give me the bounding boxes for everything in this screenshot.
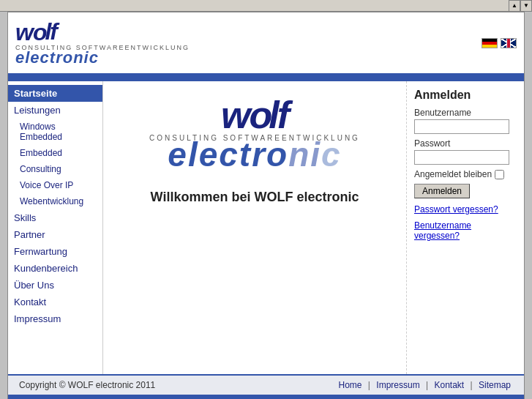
- flag-english[interactable]: [501, 38, 517, 48]
- remember-label: Angemeldet bleiben: [414, 169, 492, 179]
- footer-link-home[interactable]: Home: [338, 380, 361, 390]
- footer-copyright: Copyright © WOLF electronic 2011: [19, 380, 155, 390]
- language-flags: [482, 38, 517, 48]
- site-header: wo l f CONSULTING SOFTWAREENTWICKLUNG el…: [8, 12, 524, 75]
- main-logo-f: f: [277, 96, 288, 134]
- page-layout: Startseite Leistungen Windows Embedded E…: [8, 81, 524, 374]
- sidebar-item-embedded[interactable]: Embedded: [8, 145, 102, 161]
- main-logo-electronic: electronic: [145, 138, 364, 171]
- blue-bottom-bar: [8, 395, 524, 399]
- outer-wrapper: ▲ ▼ wo l f CONSULTING SOFTWAREENTWICKLUN…: [0, 0, 532, 399]
- sidebar-item-windows-embedded[interactable]: Windows Embedded: [8, 119, 102, 145]
- footer-sep-2: |: [426, 380, 428, 390]
- sidebar-item-kontakt[interactable]: Kontakt: [8, 294, 102, 310]
- remember-checkbox[interactable]: [495, 170, 504, 179]
- footer-link-impressum[interactable]: Impressum: [376, 380, 419, 390]
- password-label: Passwort: [414, 138, 517, 149]
- sidebar-item-webentwicklung[interactable]: Webentwicklung: [8, 193, 102, 209]
- nav-bar: [8, 75, 524, 81]
- top-scrollbar: ▲ ▼: [0, 0, 532, 12]
- footer-link-kontakt[interactable]: Kontakt: [434, 380, 464, 390]
- site-footer: Copyright © WOLF electronic 2011 Home | …: [8, 374, 524, 395]
- sidebar-item-leistungen[interactable]: Leistungen: [8, 102, 102, 119]
- main-content: wo l f CONSULTING SOFTWAREENTWICKLUNG el…: [7, 12, 525, 399]
- scroll-down-btn[interactable]: ▼: [520, 0, 532, 12]
- sidebar: Startseite Leistungen Windows Embedded E…: [8, 81, 103, 374]
- sidebar-item-skills[interactable]: Skills: [8, 209, 102, 226]
- sidebar-item-impressum[interactable]: Impressum: [8, 310, 102, 327]
- username-label: Benutzername: [414, 108, 517, 118]
- main-logo-wolf-row: wo l f: [145, 96, 364, 134]
- password-input[interactable]: [414, 150, 509, 165]
- footer-sep-3: |: [471, 380, 473, 390]
- sidebar-item-consulting[interactable]: Consulting: [8, 161, 102, 177]
- logo-wolf-text: wo: [15, 20, 46, 44]
- username-input[interactable]: [414, 119, 509, 134]
- scroll-up-btn[interactable]: ▲: [509, 0, 520, 12]
- footer-sep-1: |: [368, 380, 370, 390]
- login-panel: Anmelden Benutzername Passwort Angemelde…: [407, 81, 524, 374]
- main-logo-wolf-text: wo: [221, 96, 271, 134]
- sidebar-item-voice-over-ip[interactable]: Voice Over IP: [8, 177, 102, 193]
- footer-link-sitemap[interactable]: Sitemap: [479, 380, 511, 390]
- forgot-username-link[interactable]: Benutzername vergessen?: [414, 220, 517, 241]
- main-logo: wo l f CONSULTING SOFTWAREENTWICKLUNG el…: [145, 96, 364, 171]
- sidebar-item-ueber-uns[interactable]: Über Uns: [8, 277, 102, 294]
- logo-wolf2: f: [50, 18, 57, 45]
- remember-row: Angemeldet bleiben: [414, 169, 517, 179]
- sidebar-item-kundenbereich[interactable]: Kundenbereich: [8, 260, 102, 277]
- sidebar-item-startseite[interactable]: Startseite: [8, 85, 102, 102]
- logo-electronic: electronic: [15, 48, 190, 67]
- welcome-text: Willkommen bei WOLF electronic: [151, 190, 359, 205]
- header-logo: wo l f CONSULTING SOFTWAREENTWICKLUNG el…: [15, 18, 190, 67]
- sidebar-item-fernwartung[interactable]: Fernwartung: [8, 243, 102, 260]
- login-title: Anmelden: [414, 89, 517, 102]
- footer-links: Home | Impressum | Kontakt | Sitemap: [336, 380, 513, 390]
- sidebar-item-partner[interactable]: Partner: [8, 226, 102, 243]
- login-button[interactable]: Anmelden: [414, 184, 470, 198]
- main-area: wo l f CONSULTING SOFTWAREENTWICKLUNG el…: [103, 81, 407, 374]
- flag-german[interactable]: [482, 38, 498, 48]
- forgot-password-link[interactable]: Passwort vergessen?: [414, 204, 517, 215]
